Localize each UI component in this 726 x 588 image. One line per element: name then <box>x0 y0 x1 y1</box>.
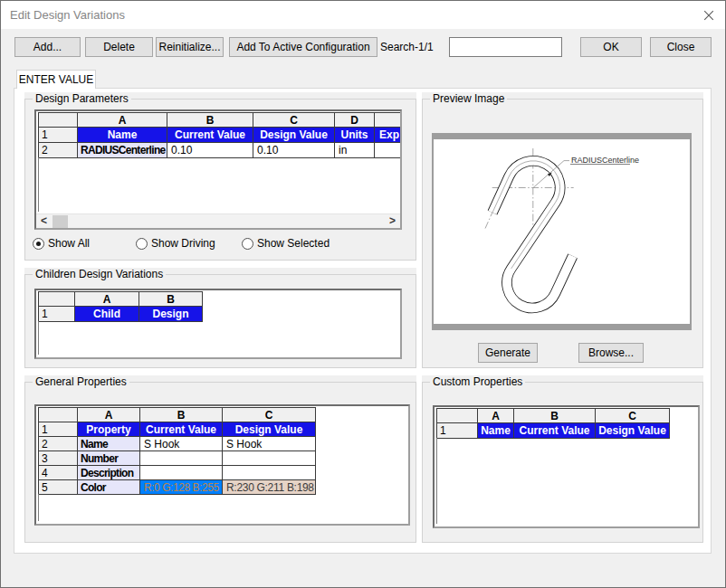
cell-parameter-name[interactable]: RADIUSCenterline <box>78 143 167 158</box>
header-cell-property[interactable]: Property <box>78 422 140 437</box>
cell-design-value[interactable] <box>223 466 316 480</box>
tab-enter-value[interactable]: ENTER VALUE <box>16 70 96 89</box>
radio-circle[interactable] <box>33 238 44 250</box>
add-to-active-configuration-button[interactable]: Add To Active Configuration <box>229 37 377 57</box>
header-cell-design-value[interactable]: Design Value <box>596 423 670 439</box>
cell-design-value[interactable]: 0.10 <box>253 143 335 158</box>
column-header-b[interactable]: B <box>140 408 223 422</box>
search-label: Search-1/1 <box>380 37 434 57</box>
add-button[interactable]: Add... <box>14 37 81 57</box>
cell-property-name[interactable]: Color <box>78 480 140 495</box>
grid-left-rule <box>38 157 39 212</box>
window-title: Edit Design Variations <box>10 1 125 29</box>
ok-button[interactable]: OK <box>580 37 642 57</box>
row-header[interactable]: 1 <box>437 423 478 439</box>
cell-design-value[interactable]: S Hook <box>223 437 316 451</box>
radio-circle[interactable] <box>136 238 148 250</box>
column-header-b[interactable]: B <box>139 292 203 307</box>
row-header[interactable]: 4 <box>39 466 78 480</box>
scrollbar-thumb[interactable] <box>53 215 68 229</box>
cell-current-value[interactable] <box>140 466 223 480</box>
header-cell-design[interactable]: Design <box>139 307 203 322</box>
cell-property-name[interactable]: Description <box>78 466 140 480</box>
row-header[interactable]: 3 <box>39 451 78 466</box>
close-icon[interactable] <box>702 9 715 22</box>
header-cell-name[interactable]: Name <box>478 423 514 439</box>
column-header-c[interactable]: C <box>596 409 670 423</box>
column-header-e[interactable] <box>375 113 402 128</box>
row-header[interactable]: 1 <box>39 307 75 322</box>
row-header[interactable]: 2 <box>39 143 78 158</box>
corner-cell <box>437 409 478 423</box>
header-cell-current-value[interactable]: Current Value <box>167 128 253 143</box>
column-header-a[interactable]: A <box>75 292 139 307</box>
column-header-a[interactable]: A <box>478 409 514 423</box>
general-properties-grid[interactable]: A B C 1 Property Current Value Design Va… <box>34 404 410 526</box>
header-cell-design-value[interactable]: Design Value <box>223 422 316 437</box>
header-cell-name[interactable]: Name <box>78 128 167 143</box>
corner-cell <box>39 113 78 128</box>
scroll-left-icon[interactable]: < <box>36 214 52 229</box>
custom-properties-grid[interactable]: A B C 1 Name Current Value Design Value <box>433 405 700 528</box>
cell-color-current[interactable]: R:0 G:128 B:255 <box>140 480 223 495</box>
hook-fill <box>492 161 573 308</box>
custom-properties-title: Custom Properties <box>430 375 525 388</box>
cell-design-value[interactable] <box>223 451 316 466</box>
radio-label: Show Driving <box>151 238 215 250</box>
row-header[interactable]: 5 <box>39 480 78 495</box>
cell-current-value[interactable]: 0.10 <box>167 143 253 158</box>
column-header-c[interactable]: C <box>223 408 316 422</box>
titlebar: Edit Design Variations <box>1 1 725 29</box>
preview-image: RADIUSCenterline <box>432 133 692 330</box>
header-cell-child[interactable]: Child <box>75 307 139 322</box>
edit-design-variations-dialog: Edit Design Variations Add... Delete Rei… <box>0 0 726 588</box>
row-header[interactable]: 1 <box>39 422 78 437</box>
general-properties-title: General Properties <box>33 375 129 388</box>
tail-axis-centerline <box>485 212 493 229</box>
delete-button[interactable]: Delete <box>85 37 153 57</box>
column-header-c[interactable]: C <box>253 113 335 128</box>
dimension-text: RADIUSCenterline <box>571 156 639 165</box>
browse-button[interactable]: Browse... <box>578 343 644 363</box>
cell-current-value[interactable]: S Hook <box>140 437 223 451</box>
radio-label: Show Selected <box>257 238 330 250</box>
header-cell-current-value[interactable]: Current Value <box>514 423 596 439</box>
corner-cell <box>39 292 75 307</box>
column-header-a[interactable]: A <box>78 113 167 128</box>
scroll-right-icon[interactable]: > <box>385 214 400 229</box>
cell-units[interactable]: in <box>335 143 375 158</box>
children-title: Children Design Variations <box>33 268 166 280</box>
horizontal-scrollbar[interactable]: < > <box>36 213 400 228</box>
header-cell-design-value[interactable]: Design Value <box>253 128 335 143</box>
close-button[interactable]: Close <box>650 37 712 57</box>
row-header[interactable]: 1 <box>39 128 78 143</box>
header-cell-current-value[interactable]: Current Value <box>140 422 223 437</box>
corner-cell <box>39 408 78 422</box>
cell-color-design[interactable]: R:230 G:211 B:198 <box>223 480 316 495</box>
column-header-b[interactable]: B <box>514 409 596 423</box>
generate-button[interactable]: Generate <box>478 343 538 363</box>
preview-canvas: RADIUSCenterline <box>434 139 690 324</box>
search-input[interactable] <box>449 37 562 57</box>
design-parameters-grid[interactable]: A B C D 1 Name Current Value Design Valu… <box>34 109 402 230</box>
preview-image-group: Preview Image <box>422 92 703 368</box>
column-header-b[interactable]: B <box>167 113 253 128</box>
cell-current-value[interactable] <box>140 451 223 466</box>
column-header-a[interactable]: A <box>78 408 140 422</box>
design-parameters-title: Design Parameters <box>33 92 131 105</box>
cell-property-name[interactable]: Name <box>78 437 140 451</box>
preview-image-title: Preview Image <box>430 92 507 105</box>
cell-property-name[interactable]: Number <box>78 451 140 466</box>
children-design-variations-grid[interactable]: A B 1 Child Design <box>34 289 402 359</box>
grid-left-rule <box>38 321 39 355</box>
column-header-d[interactable]: D <box>335 113 375 128</box>
row-header[interactable]: 2 <box>39 437 78 451</box>
header-cell-expression[interactable]: Exp <box>375 128 402 143</box>
grid-left-rule <box>38 494 39 521</box>
reinitialize-button[interactable]: Reinitialize... <box>156 37 224 57</box>
cell-expression[interactable] <box>375 143 402 158</box>
header-cell-units[interactable]: Units <box>335 128 375 143</box>
s-hook-drawing: RADIUSCenterline <box>434 139 690 324</box>
radio-circle[interactable] <box>242 238 253 250</box>
radio-label: Show All <box>48 238 90 250</box>
